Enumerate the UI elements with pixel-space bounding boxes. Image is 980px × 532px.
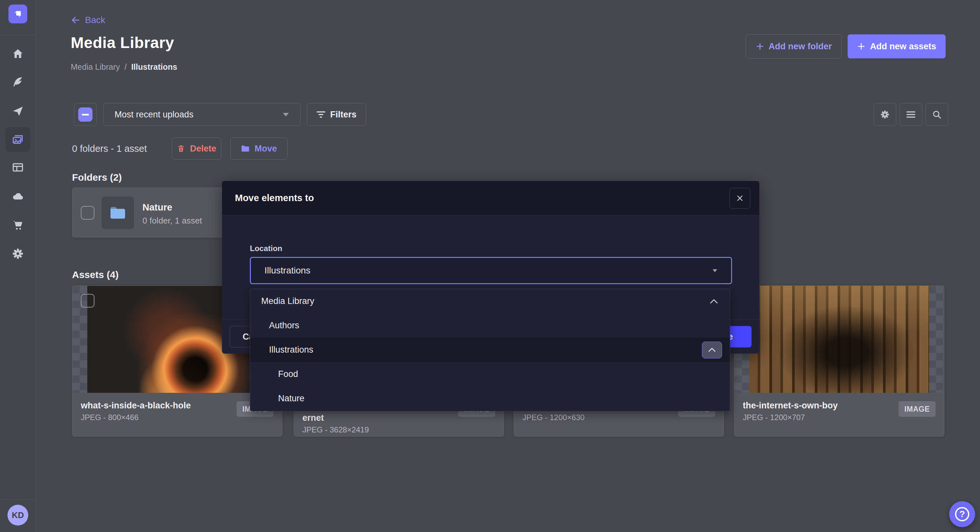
chevron-up-icon	[708, 348, 716, 352]
folder-icon	[109, 205, 127, 220]
back-link[interactable]: Back	[71, 15, 105, 25]
feather-icon	[12, 76, 24, 88]
chevron-down-icon	[283, 112, 289, 117]
back-label: Back	[85, 15, 105, 25]
location-label: Location	[250, 244, 282, 253]
option-label: Nature	[278, 394, 304, 403]
location-select-value: Illustrations	[264, 265, 310, 276]
selection-summary: 0 folders - 1 asset	[72, 143, 147, 154]
breadcrumb-parent[interactable]: Media Library	[71, 62, 120, 72]
sidebar-item-deploy[interactable]	[6, 99, 30, 124]
search-button[interactable]	[926, 103, 948, 126]
sidebar: KD	[0, 0, 36, 532]
asset-meta: JPEG - 1200×707	[743, 413, 805, 422]
user-avatar[interactable]: KD	[8, 505, 28, 526]
question-mark-icon: ?	[955, 507, 969, 521]
sidebar-item-home[interactable]	[6, 41, 30, 66]
dropdown-option-illustrations[interactable]: Illustrations	[250, 338, 730, 362]
breadcrumb-current: Illustrations	[131, 62, 177, 72]
gear-icon	[880, 110, 890, 119]
sidebar-item-cloud[interactable]	[6, 184, 30, 209]
add-new-folder-button[interactable]: Add new folder	[746, 34, 842, 59]
sidebar-item-content[interactable]	[6, 70, 30, 94]
asset-type-badge: IMAGE	[899, 401, 935, 417]
search-icon	[932, 110, 942, 119]
home-icon	[12, 48, 24, 60]
cloud-icon	[11, 190, 24, 203]
option-label: Food	[278, 369, 298, 379]
folder-meta: 0 folder, 1 asset	[142, 216, 202, 226]
sort-select-value: Most recent uploads	[115, 110, 193, 120]
sidebar-item-marketplace[interactable]	[6, 213, 30, 237]
folder-checkbox[interactable]	[81, 206, 94, 220]
dropdown-option-nature[interactable]: Nature	[250, 386, 730, 411]
folders-heading: Folders (2)	[72, 172, 122, 183]
asset-meta: JPEG - 1200×630	[522, 413, 584, 422]
breadcrumb: Media Library / Illustrations	[71, 62, 177, 72]
asset-card[interactable]: the-internet-s-own-boy JPEG - 1200×707 I…	[734, 286, 944, 437]
filters-button[interactable]: Filters	[307, 103, 366, 126]
asset-meta: JPEG - 3628×2419	[302, 425, 369, 434]
asset-meta: JPEG - 800×466	[81, 413, 138, 422]
page-title: Media Library	[71, 34, 174, 52]
dropdown-option-media-library[interactable]: Media Library	[250, 289, 730, 313]
plus-icon	[756, 42, 764, 51]
dropdown-option-food[interactable]: Food	[250, 362, 730, 386]
filter-icon	[317, 111, 326, 118]
help-button[interactable]: ?	[949, 501, 975, 527]
add-new-folder-label: Add new folder	[769, 41, 832, 52]
view-settings-button[interactable]	[873, 103, 896, 126]
paper-plane-icon	[12, 105, 24, 118]
media-library-icon	[11, 133, 24, 146]
delete-button[interactable]: Delete	[172, 138, 221, 160]
asset-checkbox[interactable]	[81, 294, 94, 308]
list-icon	[906, 111, 916, 118]
library-image	[749, 286, 929, 393]
select-all-checkbox[interactable]	[74, 103, 97, 126]
assets-heading: Assets (4)	[72, 269, 118, 280]
filters-label: Filters	[330, 110, 356, 120]
trash-icon	[177, 145, 185, 153]
sidebar-divider	[0, 35, 36, 35]
option-label: Illustrations	[269, 345, 313, 355]
asset-name: what-s-inside-a-black-hole	[81, 401, 191, 411]
modal-title: Move elements to	[235, 193, 314, 203]
option-label: Media Library	[261, 296, 315, 306]
sort-select[interactable]: Most recent uploads	[103, 103, 301, 126]
list-view-button[interactable]	[899, 103, 922, 126]
sidebar-item-content-manager[interactable]	[6, 155, 30, 180]
layout-icon	[12, 161, 24, 173]
move-label: Move	[255, 144, 277, 154]
strapi-logo-icon[interactable]	[8, 5, 27, 23]
location-select[interactable]: Illustrations	[250, 257, 732, 284]
folder-name: Nature	[142, 202, 172, 213]
option-label: Authors	[269, 321, 299, 330]
cart-icon	[12, 219, 24, 231]
plus-icon	[857, 42, 865, 51]
asset-name: ernet	[302, 413, 324, 423]
collapse-button[interactable]	[702, 341, 722, 359]
location-dropdown: Media Library Authors Illustrations Food…	[250, 289, 730, 411]
add-new-assets-label: Add new assets	[870, 41, 936, 52]
asset-thumbnail	[734, 286, 944, 393]
sidebar-item-media-library[interactable]	[6, 127, 30, 152]
folder-tile	[102, 197, 134, 229]
close-button[interactable]	[729, 188, 750, 209]
asset-name: the-internet-s-own-boy	[743, 401, 838, 411]
folder-icon	[241, 145, 250, 152]
close-icon	[736, 194, 744, 202]
add-new-assets-button[interactable]: Add new assets	[848, 34, 946, 59]
sidebar-divider-bottom	[0, 500, 36, 500]
gear-icon	[12, 248, 24, 260]
dropdown-option-authors[interactable]: Authors	[250, 313, 730, 338]
breadcrumb-separator: /	[124, 62, 127, 72]
arrow-left-icon	[71, 15, 81, 25]
modal-header: Move elements to	[222, 181, 759, 215]
chevron-down-icon	[712, 269, 718, 273]
chevron-up-icon[interactable]	[710, 299, 718, 304]
delete-label: Delete	[190, 144, 216, 154]
indeterminate-checkbox-icon	[78, 107, 92, 122]
move-button[interactable]: Move	[231, 138, 288, 160]
sidebar-item-settings[interactable]	[6, 241, 30, 266]
